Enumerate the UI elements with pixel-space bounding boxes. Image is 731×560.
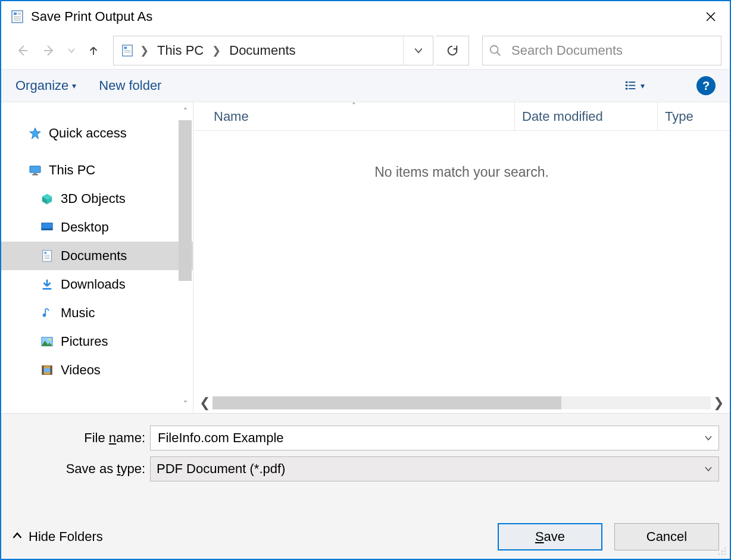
svg-rect-33 [44,252,46,254]
tree-item-music[interactable]: Music [1,299,193,327]
address-history-dropdown[interactable] [403,36,433,65]
svg-point-40 [49,339,51,341]
close-button[interactable] [696,5,725,29]
hscroll-left[interactable]: ❮ [197,395,213,411]
save-form: File name: Save as type: PDF Document (*… [1,413,730,559]
svg-rect-31 [42,229,52,230]
svg-point-47 [721,550,723,552]
view-options-button[interactable]: ▾ [618,74,650,98]
svg-rect-24 [30,166,40,173]
refresh-button[interactable] [436,36,469,65]
tree-label: This PC [49,162,95,178]
filetype-value: PDF Document (*.pdf) [157,461,704,477]
search-input[interactable] [510,42,715,59]
tree-item-videos[interactable]: Videos [1,356,193,384]
caret-down-icon: ▾ [72,81,76,90]
tree-item-label: Documents [61,248,127,264]
nav-recent-dropdown[interactable] [64,38,79,63]
svg-line-16 [497,52,501,56]
tree-quick-access[interactable]: Quick access [1,119,193,148]
tree-item-label: Desktop [61,220,109,235]
nav-forward-button[interactable] [37,38,62,63]
column-name[interactable]: ˄ Name [193,102,515,130]
tree-scroll-down[interactable]: ˅ [177,396,193,412]
breadcrumb-this-pc[interactable]: This PC [151,36,210,65]
hscroll-track[interactable] [213,396,711,409]
folder-location-icon [117,44,138,57]
svg-rect-12 [124,47,127,49]
cube-icon [39,191,55,207]
svg-point-48 [724,553,726,555]
tree-label: Quick access [49,126,127,141]
filetype-select[interactable]: PDF Document (*.pdf) [150,456,719,481]
nav-back-button[interactable] [10,38,35,63]
tree-item-3d-objects[interactable]: 3D Objects [1,184,193,213]
column-date-modified[interactable]: Date modified [515,102,658,130]
star-icon [27,126,43,141]
hscroll-thumb[interactable] [213,396,561,409]
resize-grip-icon[interactable] [717,546,727,556]
save-button[interactable]: Save [498,523,602,550]
svg-point-15 [491,46,498,54]
tree-item-desktop[interactable]: Desktop [1,213,193,242]
tree-item-label: Downloads [61,277,126,292]
tree-scroll-up[interactable]: ˄ [177,104,193,119]
svg-point-50 [718,553,720,555]
document-icon [39,248,55,264]
new-folder-button[interactable]: New folder [99,78,161,93]
file-list-panel: ˄ Name Date modified Type No items match… [193,102,730,413]
help-button[interactable]: ? [696,76,716,95]
svg-rect-44 [44,368,49,372]
filename-history-dropdown[interactable] [704,430,713,446]
hide-folders-toggle[interactable]: Hide Folders [12,529,103,545]
tree-item-documents[interactable]: Documents [1,242,193,270]
empty-folder-message: No items match your search. [193,164,730,180]
chevron-right-icon[interactable]: ❯ [210,36,223,65]
svg-rect-42 [42,366,44,375]
cancel-button[interactable]: Cancel [614,523,719,550]
tree-item-label: Videos [61,362,101,378]
chevron-right-icon[interactable]: ❯ [138,36,151,65]
hscroll-right[interactable]: ❯ [711,395,726,411]
app-icon [10,9,25,24]
svg-rect-26 [32,174,38,176]
chevron-up-icon [12,529,23,545]
window-title: Save Print Output As [31,9,696,24]
tree-item-downloads[interactable]: Downloads [1,270,193,299]
svg-point-45 [724,548,726,549]
svg-point-46 [724,550,726,552]
tree-item-label: Music [61,305,95,321]
nav-up-button[interactable] [81,38,106,63]
breadcrumb-bar[interactable]: ❯ This PC ❯ Documents [113,36,433,65]
svg-point-49 [721,553,723,555]
toolbar: Organize ▾ New folder ▾ ? [1,69,730,102]
organize-label: Organize [15,78,68,93]
address-bar: ❯ This PC ❯ Documents [1,32,730,69]
svg-rect-21 [625,88,627,90]
tree-item-label: 3D Objects [61,191,126,207]
caret-down-icon: ▾ [641,81,645,90]
horizontal-scrollbar[interactable]: ❮ ❯ [197,395,726,411]
filename-field[interactable] [150,426,719,450]
search-icon [489,44,502,57]
organize-dropdown[interactable]: Organize ▾ [15,78,76,93]
svg-rect-17 [625,82,627,83]
sort-ascending-icon: ˄ [352,102,356,111]
picture-icon [39,334,55,349]
column-type[interactable]: Type [658,102,730,130]
tree-item-pictures[interactable]: Pictures [1,327,193,356]
column-headers: ˄ Name Date modified Type [193,102,730,131]
navigation-tree: ˄ Quick access This PC 3D Objects [1,102,193,413]
title-bar: Save Print Output As [1,1,730,32]
tree-this-pc[interactable]: This PC [1,156,193,184]
search-box[interactable] [482,36,721,65]
music-note-icon [39,305,55,321]
svg-marker-23 [30,128,40,139]
filename-input[interactable] [157,430,704,446]
svg-rect-19 [625,85,627,86]
tree-scrollbar-thumb[interactable] [179,120,192,281]
filetype-label: Save as type: [12,461,150,477]
breadcrumb-documents[interactable]: Documents [223,36,301,65]
filetype-dropdown-caret[interactable] [704,461,713,477]
download-arrow-icon [39,277,55,292]
